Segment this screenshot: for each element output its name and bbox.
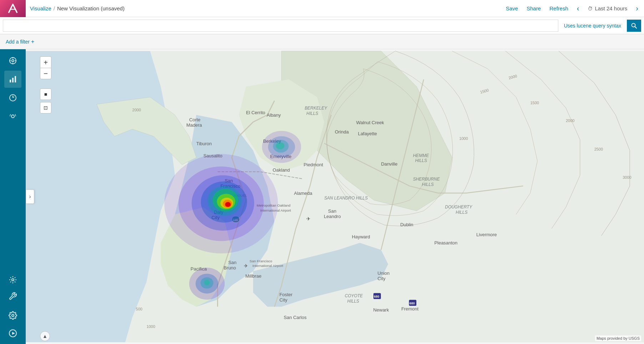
time-range-back-button[interactable]: ‹: [577, 4, 579, 12]
map-attribution: Maps provided by USGS: [595, 335, 641, 341]
sidebar-item-dashboard[interactable]: [4, 89, 21, 106]
scroll-to-top-button[interactable]: ▲: [40, 331, 50, 341]
svg-text:Albany: Albany: [267, 112, 281, 118]
add-filter-plus-icon: +: [31, 39, 34, 45]
refresh-button[interactable]: Refresh: [549, 5, 568, 11]
search-button[interactable]: [627, 20, 641, 32]
add-filter-label: Add a filter: [6, 39, 30, 45]
search-input[interactable]: [3, 20, 558, 32]
svg-text:Alameda: Alameda: [294, 191, 313, 196]
svg-text:Millbrae: Millbrae: [245, 273, 261, 279]
svg-point-98: [225, 202, 231, 207]
svg-text:HILLS: HILLS: [347, 299, 359, 304]
svg-text:2500: 2500: [594, 147, 603, 151]
svg-text:Union: Union: [377, 270, 389, 276]
svg-rect-9: [12, 78, 14, 82]
zoom-in-button[interactable]: +: [40, 56, 51, 68]
svg-text:2000: 2000: [566, 118, 574, 123]
svg-text:SAN LEANDRO HILLS: SAN LEANDRO HILLS: [324, 196, 368, 201]
svg-text:Orinda: Orinda: [335, 129, 349, 135]
map-extra-controls: ■ ⊡: [40, 88, 51, 113]
svg-text:Hayward: Hayward: [352, 234, 370, 239]
svg-text:Corte: Corte: [189, 117, 201, 122]
svg-text:Piedmont: Piedmont: [303, 162, 323, 167]
svg-point-102: [276, 142, 285, 150]
svg-text:Lafayette: Lafayette: [358, 131, 377, 136]
svg-text:Walnut Creek: Walnut Creek: [356, 120, 384, 125]
svg-text:1000: 1000: [459, 136, 468, 141]
svg-text:Madera: Madera: [186, 122, 202, 128]
add-filter-button[interactable]: Add a filter +: [6, 39, 34, 45]
svg-point-106: [204, 280, 210, 285]
svg-text:3000: 3000: [623, 175, 631, 179]
map-visualization[interactable]: 2000 1500 1000 1500 2000 2500 3000 2000 …: [26, 49, 644, 344]
breadcrumb: Visualize / New Visualization (unsaved): [30, 5, 506, 11]
svg-text:HILLS: HILLS: [415, 158, 427, 163]
svg-text:Bruno: Bruno: [223, 265, 236, 270]
svg-text:Danville: Danville: [381, 161, 397, 167]
breadcrumb-separator: /: [54, 5, 55, 11]
clock-icon: ⏱: [588, 6, 593, 11]
svg-text:El Cerrito: El Cerrito: [246, 110, 265, 115]
svg-marker-17: [12, 332, 15, 335]
svg-text:Livermore: Livermore: [476, 232, 497, 237]
svg-text:SHERBURNE: SHERBURNE: [413, 177, 440, 182]
svg-text:San Carlos: San Carlos: [284, 315, 307, 320]
svg-text:HILLS: HILLS: [422, 182, 434, 187]
svg-text:2000: 2000: [132, 108, 141, 112]
sidebar-item-timelion[interactable]: [4, 108, 21, 125]
sidebar-item-settings[interactable]: [4, 271, 21, 288]
app-logo[interactable]: [0, 0, 26, 17]
svg-point-15: [12, 314, 14, 317]
svg-text:City: City: [377, 276, 386, 281]
sidebar-item-visualize[interactable]: [4, 71, 21, 88]
svg-text:✈: ✈: [306, 216, 311, 222]
svg-text:San: San: [328, 208, 336, 214]
map-container: ›: [26, 49, 644, 344]
svg-rect-10: [15, 76, 16, 82]
zoom-out-button[interactable]: −: [40, 68, 51, 79]
svg-text:Leandro: Leandro: [324, 214, 341, 219]
svg-text:Foster: Foster: [280, 292, 293, 297]
time-range-selector[interactable]: ⏱ Last 24 hours: [588, 5, 627, 11]
svg-point-13: [12, 115, 14, 117]
toggle-chevron-icon: ›: [29, 193, 31, 200]
left-sidebar: [0, 49, 26, 344]
svg-text:680: 680: [409, 302, 415, 305]
svg-rect-8: [10, 80, 11, 82]
svg-text:HEMME: HEMME: [413, 153, 429, 158]
svg-text:City: City: [280, 297, 288, 303]
map-zoom-controls: + −: [40, 56, 51, 79]
time-range-label: Last 24 hours: [595, 5, 627, 11]
svg-text:Newark: Newark: [373, 307, 389, 313]
svg-line-1: [635, 26, 637, 28]
svg-text:680: 680: [374, 295, 379, 298]
sidebar-item-wrench[interactable]: [4, 290, 21, 307]
svg-text:San: San: [228, 260, 236, 265]
svg-text:Pleasanton: Pleasanton: [434, 240, 458, 246]
svg-text:1000: 1000: [146, 324, 155, 329]
svg-text:HILLS: HILLS: [456, 210, 467, 215]
sidebar-item-gear[interactable]: [4, 308, 21, 325]
stop-drawing-button[interactable]: ■: [40, 88, 51, 100]
svg-text:✈: ✈: [244, 263, 248, 269]
time-range-forward-button[interactable]: ›: [636, 4, 638, 12]
svg-text:500: 500: [136, 307, 142, 311]
crop-tool-button[interactable]: ⊡: [40, 102, 51, 113]
sidebar-item-discover[interactable]: [4, 52, 21, 69]
svg-text:Fremont: Fremont: [401, 306, 419, 312]
svg-text:Oakland: Oakland: [273, 167, 290, 173]
svg-text:COYOTE: COYOTE: [345, 293, 363, 298]
share-button[interactable]: Share: [527, 5, 541, 11]
map-panel-toggle[interactable]: ›: [26, 189, 34, 204]
svg-text:1500: 1500: [530, 101, 539, 105]
svg-text:HILLS: HILLS: [306, 111, 318, 116]
page-title: New Visualization (unsaved): [57, 5, 125, 11]
save-button[interactable]: Save: [506, 5, 518, 11]
svg-text:DOUGHERTY: DOUGHERTY: [445, 204, 473, 209]
sidebar-item-play[interactable]: [4, 327, 21, 344]
svg-text:International Airport: International Airport: [252, 264, 283, 268]
svg-text:San Francisco: San Francisco: [250, 259, 272, 263]
svg-text:BERKELEY: BERKELEY: [305, 106, 327, 111]
breadcrumb-visualize-link[interactable]: Visualize: [30, 5, 51, 11]
